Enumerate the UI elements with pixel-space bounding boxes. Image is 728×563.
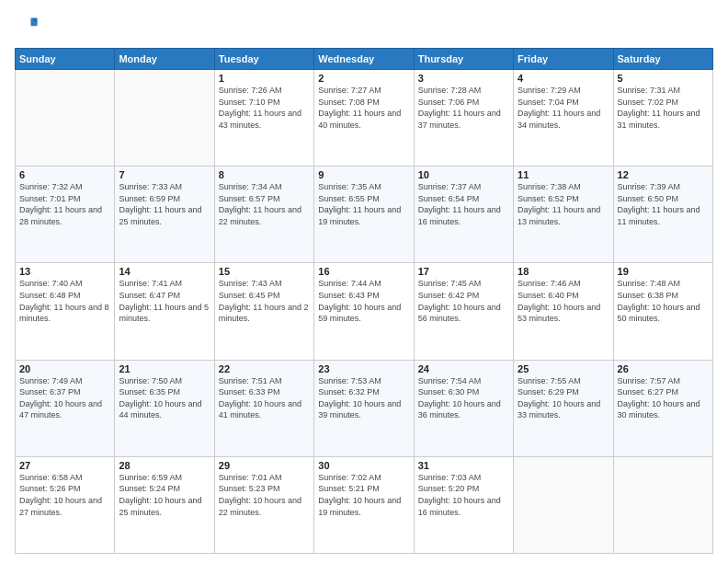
weekday-header-wednesday: Wednesday: [314, 49, 414, 70]
day-number: 7: [119, 169, 210, 180]
day-number: 22: [219, 363, 310, 374]
day-cell: [115, 70, 214, 167]
day-number: 26: [618, 363, 709, 374]
week-row-5: 27Sunrise: 6:58 AM Sunset: 5:26 PM Dayli…: [16, 456, 713, 553]
weekday-header-thursday: Thursday: [414, 49, 513, 70]
day-info: Sunrise: 7:28 AM Sunset: 7:06 PM Dayligh…: [418, 85, 509, 131]
week-row-1: 1Sunrise: 7:26 AM Sunset: 7:10 PM Daylig…: [16, 70, 713, 167]
day-cell: 24Sunrise: 7:54 AM Sunset: 6:30 PM Dayli…: [414, 360, 513, 456]
day-cell: 26Sunrise: 7:57 AM Sunset: 6:27 PM Dayli…: [613, 360, 712, 456]
day-cell: 23Sunrise: 7:53 AM Sunset: 6:32 PM Dayli…: [314, 360, 414, 456]
day-info: Sunrise: 7:45 AM Sunset: 6:42 PM Dayligh…: [418, 278, 509, 324]
day-number: 21: [119, 363, 210, 374]
day-info: Sunrise: 7:29 AM Sunset: 7:04 PM Dayligh…: [518, 85, 609, 131]
day-cell: 28Sunrise: 6:59 AM Sunset: 5:24 PM Dayli…: [115, 456, 214, 553]
day-number: 2: [318, 73, 409, 84]
day-info: Sunrise: 7:01 AM Sunset: 5:23 PM Dayligh…: [219, 472, 310, 518]
day-info: Sunrise: 7:41 AM Sunset: 6:47 PM Dayligh…: [119, 278, 210, 324]
day-cell: 1Sunrise: 7:26 AM Sunset: 7:10 PM Daylig…: [214, 70, 313, 167]
day-number: 17: [418, 266, 509, 277]
week-row-3: 13Sunrise: 7:40 AM Sunset: 6:48 PM Dayli…: [16, 263, 713, 360]
weekday-header-monday: Monday: [115, 49, 214, 70]
day-cell: 18Sunrise: 7:46 AM Sunset: 6:40 PM Dayli…: [514, 263, 613, 360]
day-info: Sunrise: 6:58 AM Sunset: 5:26 PM Dayligh…: [19, 472, 110, 518]
day-info: Sunrise: 7:31 AM Sunset: 7:02 PM Dayligh…: [618, 85, 709, 131]
day-info: Sunrise: 7:37 AM Sunset: 6:54 PM Dayligh…: [418, 181, 509, 227]
logo-icon: [15, 15, 40, 40]
day-cell: [514, 456, 613, 553]
day-cell: 3Sunrise: 7:28 AM Sunset: 7:06 PM Daylig…: [414, 70, 513, 167]
day-cell: 27Sunrise: 6:58 AM Sunset: 5:26 PM Dayli…: [16, 456, 115, 553]
day-cell: 22Sunrise: 7:51 AM Sunset: 6:33 PM Dayli…: [214, 360, 313, 456]
week-row-2: 6Sunrise: 7:32 AM Sunset: 7:01 PM Daylig…: [16, 167, 713, 263]
day-number: 29: [219, 460, 310, 471]
weekday-header-row: SundayMondayTuesdayWednesdayThursdayFrid…: [16, 49, 713, 70]
day-info: Sunrise: 7:57 AM Sunset: 6:27 PM Dayligh…: [618, 375, 709, 421]
day-number: 16: [318, 266, 409, 277]
day-number: 8: [219, 169, 310, 180]
day-cell: 21Sunrise: 7:50 AM Sunset: 6:35 PM Dayli…: [115, 360, 214, 456]
day-number: 6: [19, 169, 110, 180]
day-info: Sunrise: 7:35 AM Sunset: 6:55 PM Dayligh…: [318, 181, 409, 227]
day-number: 23: [318, 363, 409, 374]
day-info: Sunrise: 7:27 AM Sunset: 7:08 PM Dayligh…: [318, 85, 409, 131]
day-cell: [16, 70, 115, 167]
day-info: Sunrise: 7:26 AM Sunset: 7:10 PM Dayligh…: [219, 85, 310, 131]
day-info: Sunrise: 7:53 AM Sunset: 6:32 PM Dayligh…: [318, 375, 409, 421]
day-info: Sunrise: 7:43 AM Sunset: 6:45 PM Dayligh…: [219, 278, 310, 324]
day-number: 28: [119, 460, 210, 471]
day-info: Sunrise: 6:59 AM Sunset: 5:24 PM Dayligh…: [119, 472, 210, 518]
day-cell: 11Sunrise: 7:38 AM Sunset: 6:52 PM Dayli…: [514, 167, 613, 263]
day-number: 31: [418, 460, 509, 471]
day-info: Sunrise: 7:03 AM Sunset: 5:20 PM Dayligh…: [418, 472, 509, 518]
day-number: 4: [518, 73, 609, 84]
day-number: 11: [518, 169, 609, 180]
logo: [15, 15, 44, 40]
calendar-table: SundayMondayTuesdayWednesdayThursdayFrid…: [15, 48, 713, 554]
day-number: 24: [418, 363, 509, 374]
header: [15, 15, 713, 40]
weekday-header-saturday: Saturday: [613, 49, 712, 70]
day-number: 13: [19, 266, 110, 277]
day-info: Sunrise: 7:54 AM Sunset: 6:30 PM Dayligh…: [418, 375, 509, 421]
weekday-header-tuesday: Tuesday: [214, 49, 313, 70]
day-cell: 25Sunrise: 7:55 AM Sunset: 6:29 PM Dayli…: [514, 360, 613, 456]
day-number: 30: [318, 460, 409, 471]
day-number: 1: [219, 73, 310, 84]
day-cell: 14Sunrise: 7:41 AM Sunset: 6:47 PM Dayli…: [115, 263, 214, 360]
day-number: 10: [418, 169, 509, 180]
day-cell: 31Sunrise: 7:03 AM Sunset: 5:20 PM Dayli…: [414, 456, 513, 553]
day-cell: 10Sunrise: 7:37 AM Sunset: 6:54 PM Dayli…: [414, 167, 513, 263]
day-number: 19: [618, 266, 709, 277]
day-number: 5: [618, 73, 709, 84]
day-number: 14: [119, 266, 210, 277]
day-number: 15: [219, 266, 310, 277]
day-number: 3: [418, 73, 509, 84]
day-info: Sunrise: 7:02 AM Sunset: 5:21 PM Dayligh…: [318, 472, 409, 518]
weekday-header-sunday: Sunday: [16, 49, 115, 70]
day-cell: 16Sunrise: 7:44 AM Sunset: 6:43 PM Dayli…: [314, 263, 414, 360]
day-cell: 12Sunrise: 7:39 AM Sunset: 6:50 PM Dayli…: [613, 167, 712, 263]
day-info: Sunrise: 7:32 AM Sunset: 7:01 PM Dayligh…: [19, 181, 110, 227]
day-cell: 30Sunrise: 7:02 AM Sunset: 5:21 PM Dayli…: [314, 456, 414, 553]
day-cell: 7Sunrise: 7:33 AM Sunset: 6:59 PM Daylig…: [115, 167, 214, 263]
day-number: 20: [19, 363, 110, 374]
day-info: Sunrise: 7:34 AM Sunset: 6:57 PM Dayligh…: [219, 181, 310, 227]
page: SundayMondayTuesdayWednesdayThursdayFrid…: [0, 0, 728, 563]
day-cell: 9Sunrise: 7:35 AM Sunset: 6:55 PM Daylig…: [314, 167, 414, 263]
day-cell: 13Sunrise: 7:40 AM Sunset: 6:48 PM Dayli…: [16, 263, 115, 360]
day-cell: 19Sunrise: 7:48 AM Sunset: 6:38 PM Dayli…: [613, 263, 712, 360]
day-info: Sunrise: 7:48 AM Sunset: 6:38 PM Dayligh…: [618, 278, 709, 324]
day-info: Sunrise: 7:38 AM Sunset: 6:52 PM Dayligh…: [518, 181, 609, 227]
day-cell: 20Sunrise: 7:49 AM Sunset: 6:37 PM Dayli…: [16, 360, 115, 456]
day-info: Sunrise: 7:51 AM Sunset: 6:33 PM Dayligh…: [219, 375, 310, 421]
weekday-header-friday: Friday: [514, 49, 613, 70]
day-cell: 17Sunrise: 7:45 AM Sunset: 6:42 PM Dayli…: [414, 263, 513, 360]
day-info: Sunrise: 7:49 AM Sunset: 6:37 PM Dayligh…: [19, 375, 110, 421]
day-info: Sunrise: 7:33 AM Sunset: 6:59 PM Dayligh…: [119, 181, 210, 227]
day-cell: 6Sunrise: 7:32 AM Sunset: 7:01 PM Daylig…: [16, 167, 115, 263]
day-cell: [613, 456, 712, 553]
day-cell: 8Sunrise: 7:34 AM Sunset: 6:57 PM Daylig…: [214, 167, 313, 263]
day-info: Sunrise: 7:46 AM Sunset: 6:40 PM Dayligh…: [518, 278, 609, 324]
day-number: 9: [318, 169, 409, 180]
